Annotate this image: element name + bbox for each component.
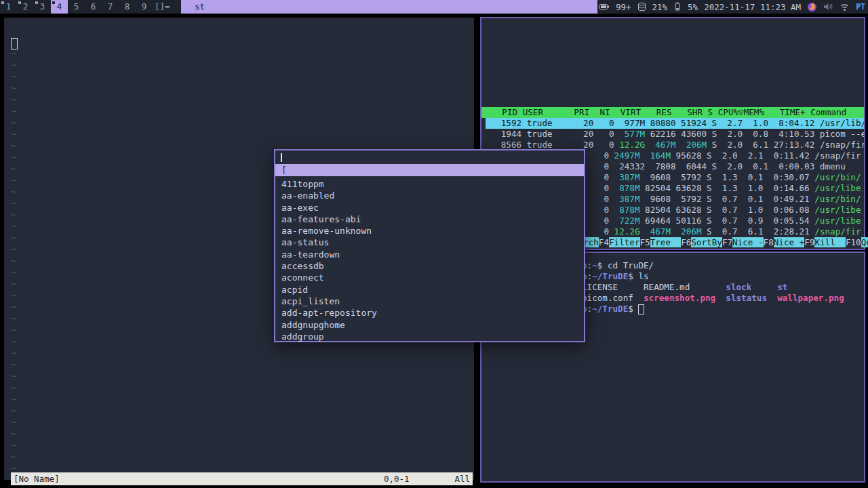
shell-command-line: p:~$ cd TruDE/	[582, 260, 654, 271]
launcher-selected-item[interactable]: [	[275, 164, 584, 176]
wifi-tray-icon[interactable]	[840, 3, 850, 12]
tag-label: 6	[91, 1, 96, 12]
tag-6[interactable]: 6	[85, 0, 102, 14]
launcher-item[interactable]: aa-features-abi	[275, 214, 584, 225]
tag-label: 2	[23, 1, 28, 12]
memory-percent: 5%	[688, 2, 698, 12]
tag-8[interactable]: 8	[119, 0, 136, 14]
tag-label: 7	[108, 1, 113, 12]
htop-meters: 0[|| 2.7%] 1[|| 2.7%] 2[|| 3.3%] 3[|| 2.…	[491, 31, 660, 42]
app-launcher-popup[interactable]: [ 411toppmaa-enabledaa-execaa-features-a…	[274, 149, 585, 342]
shell-prompt-line[interactable]: p:~/TruDE$	[582, 304, 644, 314]
text-caret	[281, 153, 282, 162]
tag-2[interactable]: 2	[17, 0, 34, 14]
dwm-status-bar: 1 2 3 4 5 6 7 8 9 []= st 99+ 21% 5% 2022…	[0, 0, 868, 14]
launcher-item[interactable]: acpi_listen	[275, 296, 584, 307]
process-row[interactable]: 1944 trude 20 0 577M 62216 43600 S 2.0 0…	[481, 129, 864, 140]
launcher-item[interactable]: addgroup	[275, 331, 584, 342]
firefox-tray-icon[interactable]	[807, 2, 817, 12]
clock: 2022-11-17 11:23 AM	[704, 2, 801, 12]
launcher-item[interactable]: 411toppm	[275, 178, 584, 190]
disk-percent: 21%	[652, 2, 668, 12]
tag-client-indicator	[52, 1, 55, 4]
memory-icon	[673, 2, 682, 12]
tag-label: 5	[74, 1, 79, 12]
battery-percent: 99+	[616, 2, 631, 12]
launcher-item[interactable]: aa-status	[275, 237, 584, 248]
tag-9[interactable]: 9	[136, 0, 153, 14]
launcher-item[interactable]: aa-exec	[275, 202, 584, 214]
tag-label: 1	[6, 1, 12, 12]
launcher-item[interactable]: acpid	[275, 284, 584, 296]
tag-client-indicator	[1, 1, 4, 4]
tag-label: 8	[125, 1, 130, 12]
launcher-item[interactable]: accessdb	[275, 260, 584, 272]
desktop: 1 2 3 4 5 6 7 8 9 []= st 99+ 21% 5% 2022…	[0, 0, 868, 488]
tag-3[interactable]: 3	[34, 0, 51, 14]
vim-scroll-indicator: All	[454, 472, 470, 485]
tag-label: 3	[40, 1, 45, 12]
launcher-item-list: 411toppmaa-enabledaa-execaa-features-abi…	[275, 178, 584, 342]
launcher-item[interactable]: aconnect	[275, 272, 584, 283]
ls-output-line: picom.conf screenshot.png slstatus wallp…	[582, 293, 844, 304]
disk-icon	[637, 2, 646, 12]
vim-filename: [No Name]	[14, 472, 60, 485]
vim-empty-buffer-tildes: ~ ~ ~ ~ ~ ~ ~ ~ ~ ~ ~ ~ ~ ~ ~ ~ ~ ~ ~ ~ …	[11, 47, 16, 474]
layout-symbol[interactable]: []=	[155, 0, 170, 14]
tag-client-indicator	[35, 1, 38, 4]
vim-cursor-position: 0,0-1	[384, 472, 410, 485]
volume-tray-icon[interactable]	[823, 2, 833, 12]
launcher-input[interactable]	[275, 150, 584, 163]
tag-1[interactable]: 1	[0, 0, 17, 14]
ls-output-line: LICENSE README.md slock st	[582, 282, 787, 293]
shell-command-line: p:~/TruDE$ ls	[582, 271, 649, 282]
launcher-item[interactable]: add-apt-repository	[275, 307, 584, 319]
tag-5[interactable]: 5	[68, 0, 85, 14]
status-area: 99+ 21% 5% 2022-11-17 11:23 AM PT	[599, 0, 867, 14]
process-table-header[interactable]: PID USER PRI NI VIRT RES SHR S CPU%▽MEM%…	[481, 107, 864, 118]
keyboard-layout-indicator[interactable]: PT	[856, 2, 867, 12]
launcher-item[interactable]: aa-enabled	[275, 190, 584, 201]
launcher-item[interactable]: addgnupghome	[275, 319, 584, 331]
vim-statusline: [No Name] 0,0-1 All	[11, 472, 473, 485]
launcher-item[interactable]: aa-remove-unknown	[275, 225, 584, 237]
htop-summary: Tasks: 116, 459 thr; 1 running Load aver…	[655, 31, 859, 42]
tag-client-indicator	[18, 1, 21, 4]
launcher-item[interactable]: aa-teardown	[275, 249, 584, 260]
tag-label: 4	[57, 1, 62, 12]
tag-4-selected[interactable]: 4	[51, 0, 68, 14]
tag-label: 9	[142, 1, 147, 12]
focused-window-title: st	[181, 0, 597, 14]
tag-7[interactable]: 7	[102, 0, 119, 14]
battery-icon	[599, 2, 610, 12]
process-row-selected[interactable]: 1592 trude 20 0 977M 80880 51924 S 2.7 1…	[481, 118, 864, 129]
